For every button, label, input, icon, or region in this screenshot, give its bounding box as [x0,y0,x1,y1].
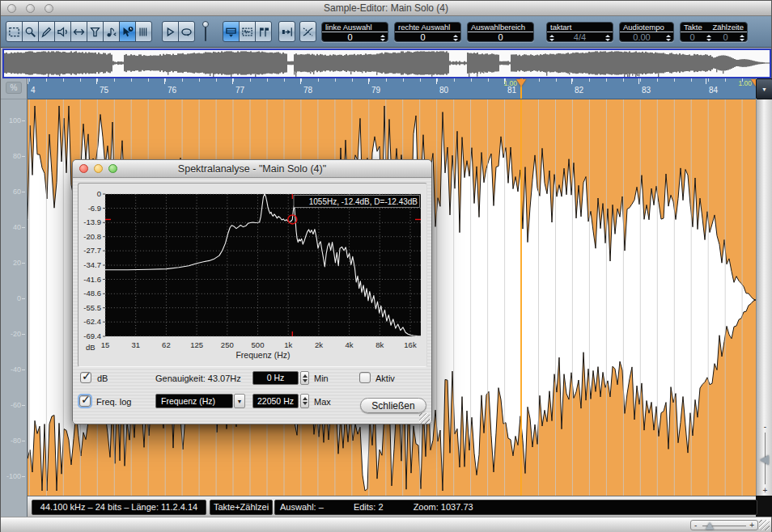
marker-position-label: 1.00 [491,79,517,87]
field-takte-zaehlzeiten[interactable]: TakteZählzeite00 [680,22,748,42]
maximize-button[interactable] [45,4,53,13]
stepper-down-icon [605,39,610,41]
dialog-body: 0-6.9-13.9-20.8-27.7-34.7-41.6-48.6-55.5… [73,178,431,425]
play-icon [164,26,176,38]
ruler-bar-number: 75 [100,86,108,95]
svg-text:-41.6: -41.6 [83,275,101,284]
scale-tick: -100 [3,472,25,480]
scrub-icon [73,26,85,38]
crossfade-button[interactable] [299,21,316,42]
timeline-ruler[interactable]: 4757677787980818283841.001.00 [28,78,756,99]
svg-text:62: 62 [162,340,171,349]
markers-button[interactable] [255,21,272,42]
dialog-zoom-button[interactable] [108,164,117,173]
status-selection: Auswahl: – [280,502,324,512]
speaker-button[interactable] [54,21,71,42]
value-stepper[interactable] [603,35,613,41]
toolbar-group-fade [299,21,316,42]
lanes-button[interactable] [135,21,152,42]
toolbar: linke Auswahl0rechte Auswahl0Auswahlbere… [1,16,771,48]
stepper-up-icon [740,35,744,37]
note-icon [105,26,117,38]
loop-button[interactable] [178,21,195,42]
selection-button[interactable] [6,21,23,42]
volume-slider-knob[interactable] [202,21,209,27]
vertical-scrollbar[interactable] [756,99,772,421]
zoom-out-label[interactable]: - [757,422,772,431]
show-event-button[interactable] [223,21,240,42]
dialog-resize-grip[interactable] [419,413,430,424]
hzoom-in-label[interactable]: + [749,521,754,530]
close-button[interactable] [7,4,16,13]
horizontal-zoom-slider[interactable]: - + [690,520,758,530]
overview-waveform[interactable] [2,49,771,78]
snap-marker-flag[interactable] [516,79,526,87]
frequency-unit-dropdown-button[interactable]: ▼ [234,394,245,408]
svg-text:1055Hz, -12.4dB, D=-12.43dB: 1055Hz, -12.4dB, D=-12.43dB [309,197,418,206]
check-icon: ✓ [82,369,91,382]
svg-text:500: 500 [252,340,265,349]
zoom-in-label[interactable]: + [757,486,772,495]
volume-slider[interactable] [201,21,210,43]
stepper-down-icon [666,39,671,41]
timewarp-button[interactable] [119,21,136,42]
show-regions-button[interactable] [239,21,256,42]
value-stepper[interactable] [547,35,557,41]
svg-text:16k: 16k [404,340,417,349]
field-rechte-auswahl[interactable]: rechte Auswahl0 [394,22,461,42]
field-linke-auswahl[interactable]: linke Auswahl0 [321,22,388,42]
frequency-unit-select[interactable]: Frequenz (Hz) [155,394,233,408]
snap-button[interactable] [278,21,295,42]
zoom-button[interactable] [22,21,39,42]
scale-tick: 100 [3,116,25,125]
ruler-menu-button[interactable]: ▼ [756,78,772,99]
scrub-button[interactable] [70,21,87,42]
max-frequency-field[interactable]: 22050 Hz [252,394,299,408]
min-frequency-field[interactable]: 0 Hz [252,371,299,385]
selection-icon [8,26,20,38]
field-taktart[interactable]: taktart4/4 [546,22,613,42]
trim-button[interactable] [87,21,104,42]
value-stepper[interactable] [704,35,714,41]
svg-text:Frequenz (Hz): Frequenz (Hz) [235,350,290,360]
value-stepper[interactable] [737,35,747,41]
spectrum-plot-panel[interactable]: 0-6.9-13.9-20.8-27.7-34.7-41.6-48.6-55.5… [78,183,427,367]
field-auswahlbereich[interactable]: Auswahlbereich0 [467,22,534,42]
value-stepper[interactable] [378,35,388,41]
window-title: Sample-Editor: Main Solo (4) [1,1,771,16]
hzoom-out-label[interactable]: - [694,521,697,530]
note-button[interactable] [103,21,120,42]
minimize-button[interactable] [26,4,35,13]
aktiv-checkbox[interactable] [359,372,371,383]
dialog-minimize-button[interactable] [94,164,103,173]
value-stepper[interactable] [451,35,460,41]
loop-icon [180,26,193,38]
window-resize-grip[interactable] [759,520,770,530]
close-dialog-button[interactable]: Schließen [360,398,426,413]
status-format-field: 44.100 kHz – 24 bits – Länge: 11.2.4.14 [32,500,206,515]
scale-unit-label: % [6,82,22,94]
svg-text:-55.5: -55.5 [83,303,101,312]
zoom-icon [24,26,36,38]
speaker-icon [57,26,69,38]
toolbar-group-snap [278,21,295,42]
field-audiotempo[interactable]: Audiotempo0.00 [619,22,674,42]
min-frequency-stepper[interactable] [300,371,309,385]
status-time-format-field[interactable]: Takte+Zählzei [210,500,273,515]
freq-log-checkbox[interactable]: ✓ [79,395,91,407]
max-frequency-stepper[interactable] [300,394,309,408]
value-stepper[interactable] [664,35,673,41]
show-regions-icon [241,26,253,38]
draw-button[interactable] [38,21,55,42]
play-button[interactable] [162,21,179,42]
spectrum-chart-svg: 0-6.9-13.9-20.8-27.7-34.7-41.6-48.6-55.5… [78,184,426,366]
hzoom-thumb[interactable] [706,522,714,530]
max-label: Max [314,397,331,407]
vertical-zoom-thumb[interactable] [760,455,769,465]
scale-tick: -40 [3,365,25,374]
dialog-close-button[interactable] [79,164,88,173]
vertical-zoom-slider[interactable]: - + [756,421,772,496]
ruler-bar-number: 78 [303,86,312,95]
titlebar: Sample-Editor: Main Solo (4) [1,1,771,16]
db-checkbox[interactable]: ✓ [80,372,91,383]
